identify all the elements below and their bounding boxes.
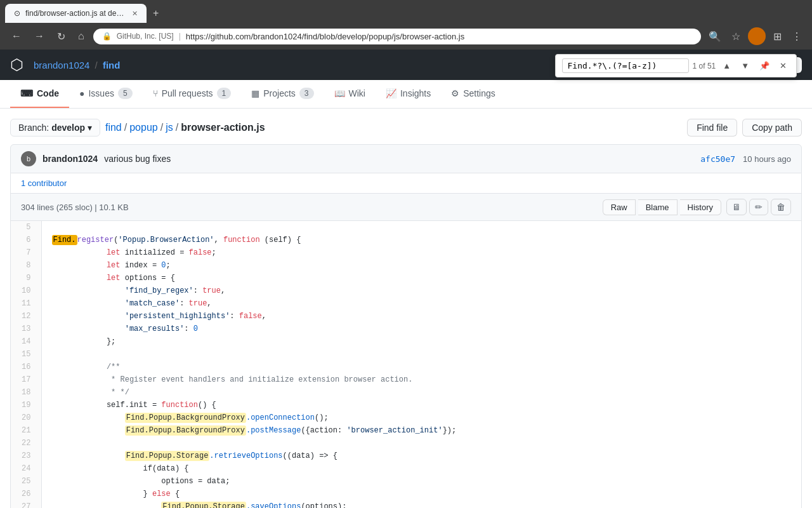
back-button[interactable]: ← — [8, 28, 25, 44]
tab-code[interactable]: ⌨ Code — [10, 80, 69, 108]
find-pin-button[interactable]: 📌 — [756, 59, 773, 72]
commit-info-left: b brandon1024 various bug fixes — [21, 151, 171, 166]
table-row: 20 Find.Popup.BackgroundProxy.openConnec… — [11, 411, 801, 424]
line-code: let options = { — [41, 272, 801, 284]
line-code: } else { — [41, 488, 801, 500]
line-code: Find.Popup.Storage.retrieveOptions((data… — [41, 450, 801, 462]
commit-author-link[interactable]: brandon1024 — [43, 154, 98, 164]
reload-button[interactable]: ↻ — [53, 28, 69, 45]
commit-time: 10 hours ago — [743, 154, 791, 164]
menu-icon-btn[interactable]: ⋮ — [789, 28, 804, 45]
find-prev-button[interactable]: ▲ — [719, 59, 734, 72]
projects-icon: ▦ — [251, 88, 259, 98]
line-code — [41, 437, 801, 450]
path-root-link[interactable]: find — [105, 122, 122, 133]
line-code: let initialized = false; — [41, 246, 801, 259]
contributor-link[interactable]: 1 contributor — [21, 178, 67, 188]
path-left: Branch: develop ▾ find / popup / js / br… — [10, 119, 265, 137]
lock-icon: 🔒 — [102, 32, 112, 41]
line-number: 27 — [11, 500, 41, 508]
url-separator: | — [179, 32, 181, 41]
table-row: 13 'max_results': 0 — [11, 323, 801, 335]
browser-tab-active[interactable]: ⊙ find/browser-action.js at deve... ✕ — [5, 4, 147, 23]
line-number: 8 — [11, 259, 41, 272]
desktop-view-button[interactable]: 🖥 — [726, 199, 747, 215]
table-row: 24 if(data) { — [11, 462, 801, 475]
line-code: options = data; — [41, 475, 801, 488]
path-js-link[interactable]: js — [166, 122, 173, 133]
line-code: Find.register('Popup.BrowserAction', fun… — [41, 234, 801, 246]
table-row: 25 options = data; — [11, 475, 801, 488]
line-number: 10 — [11, 284, 41, 297]
line-code: 'persistent_highlights': false, — [41, 310, 801, 323]
url-text: https://github.com/brandon1024/find/blob… — [186, 32, 692, 41]
find-input[interactable] — [562, 58, 689, 73]
tab-settings[interactable]: ⚙ Settings — [441, 80, 506, 108]
table-row: 6Find.register('Popup.BrowserAction', fu… — [11, 234, 801, 246]
github-logo: ⬡ — [10, 56, 23, 74]
edit-button[interactable]: ✏ — [749, 199, 768, 215]
url-org: GitHub, Inc. [US] — [117, 32, 174, 41]
table-row: 23 Find.Popup.Storage.retrieveOptions((d… — [11, 450, 801, 462]
table-row: 11 'match_case': true, — [11, 297, 801, 310]
commit-sha-link[interactable]: afc50e7 — [700, 154, 735, 164]
line-number: 11 — [11, 297, 41, 310]
home-button[interactable]: ⌂ — [74, 28, 88, 44]
line-number: 24 — [11, 462, 41, 475]
find-close-button[interactable]: ✕ — [776, 59, 790, 72]
projects-badge: 3 — [299, 88, 314, 99]
wiki-icon: 📖 — [334, 88, 345, 98]
table-row: 7 let initialized = false; — [11, 246, 801, 259]
forward-button[interactable]: → — [30, 28, 48, 44]
new-tab-button[interactable]: + — [148, 5, 164, 22]
commit-info-right: afc50e7 10 hours ago — [700, 154, 791, 164]
breadcrumb: find / popup / js / browser-action.js — [105, 122, 265, 133]
table-row: 12 'persistent_highlights': false, — [11, 310, 801, 323]
tab-insights[interactable]: 📈 Insights — [376, 80, 441, 108]
tab-issues[interactable]: ● Issues 5 — [69, 80, 143, 108]
profile-avatar[interactable] — [748, 27, 766, 45]
tab-close-icon[interactable]: ✕ — [132, 10, 138, 18]
repo-owner-link[interactable]: brandon1024 — [34, 60, 89, 70]
search-icon-btn[interactable]: 🔍 — [706, 28, 724, 45]
pull-requests-icon: ⑂ — [153, 88, 158, 98]
path-popup-link[interactable]: popup — [129, 122, 158, 133]
line-number: 20 — [11, 411, 41, 424]
tab-pulls[interactable]: ⑂ Pull requests 1 — [143, 80, 242, 108]
issues-icon: ● — [79, 88, 84, 98]
table-row: 26 } else { — [11, 488, 801, 500]
line-number: 13 — [11, 323, 41, 335]
line-number: 9 — [11, 272, 41, 284]
repo-name-link[interactable]: find — [103, 60, 121, 70]
line-number: 12 — [11, 310, 41, 323]
nav-tabs: ⌨ Code ● Issues 5 ⑂ Pull requests 1 ▦ Pr… — [0, 80, 812, 109]
table-row: 5 — [11, 221, 801, 234]
table-row: 9 let options = { — [11, 272, 801, 284]
line-number: 16 — [11, 361, 41, 373]
delete-button[interactable]: 🗑 — [771, 199, 791, 215]
find-file-button[interactable]: Find file — [687, 119, 737, 137]
line-number: 14 — [11, 335, 41, 348]
raw-button[interactable]: Raw — [603, 199, 636, 215]
line-number: 7 — [11, 246, 41, 259]
table-row: 16 /** — [11, 361, 801, 373]
commit-bar: b brandon1024 various bug fixes afc50e7 … — [10, 144, 802, 173]
line-code: }; — [41, 335, 801, 348]
history-button[interactable]: History — [680, 199, 721, 215]
copy-path-button[interactable]: Copy path — [742, 119, 802, 137]
line-code — [41, 348, 801, 361]
tab-wiki[interactable]: 📖 Wiki — [324, 80, 376, 108]
line-number: 22 — [11, 437, 41, 450]
line-code: Find.Popup.Storage.saveOptions(options); — [41, 500, 801, 508]
extension-icon-btn[interactable]: ⊞ — [771, 28, 784, 45]
branch-select[interactable]: Branch: develop ▾ — [10, 119, 100, 137]
page-content: Branch: develop ▾ find / popup / js / br… — [0, 109, 812, 508]
address-bar[interactable]: 🔒 GitHub, Inc. [US] | https://github.com… — [93, 29, 701, 44]
blame-button[interactable]: Blame — [638, 199, 678, 215]
line-number: 18 — [11, 386, 41, 399]
tab-projects[interactable]: ▦ Projects 3 — [241, 80, 324, 108]
browser-toolbar: ← → ↻ ⌂ 🔒 GitHub, Inc. [US] | https://gi… — [0, 23, 812, 50]
bookmark-icon-btn[interactable]: ☆ — [729, 28, 743, 45]
find-next-button[interactable]: ▼ — [738, 59, 752, 72]
file-header-bar: 304 lines (265 sloc) | 10.1 KB Raw Blame… — [10, 194, 802, 221]
